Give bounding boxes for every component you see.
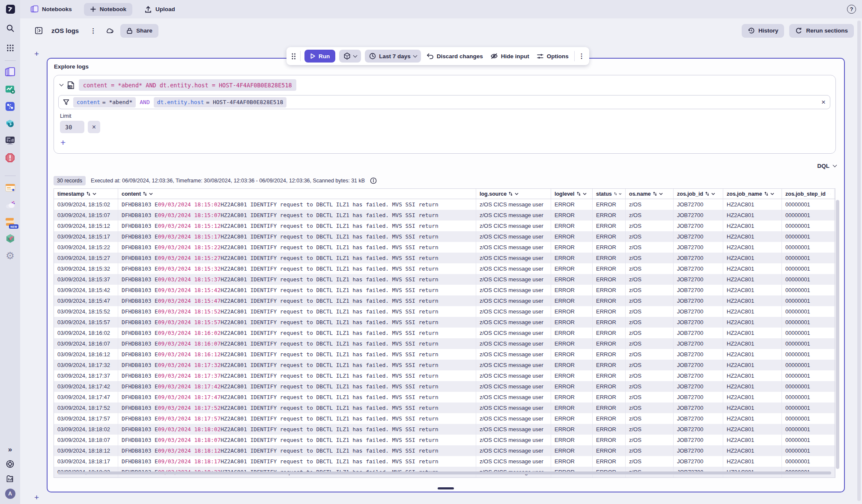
notebooks-home-link[interactable]: Notebooks: [30, 5, 72, 13]
tab-new-notebook[interactable]: Notebook: [84, 3, 132, 16]
table-row[interactable]: 03/09/2024, 18:17:52DFHDB8103 E 09/03/20…: [54, 403, 835, 413]
clear-filter-icon[interactable]: ×: [821, 98, 826, 106]
column-menu-icon[interactable]: [515, 193, 519, 195]
column-menu-icon[interactable]: [619, 193, 622, 195]
filter-and-operator[interactable]: AND: [140, 99, 149, 105]
problems-app-icon[interactable]: [4, 152, 16, 164]
table-row[interactable]: 03/09/2024, 18:15:22DFHDB8103 E 09/03/20…: [54, 242, 835, 253]
table-row[interactable]: 03/09/2024, 18:15:47DFHDB8103 E 09/03/20…: [54, 295, 835, 306]
sort-icon[interactable]: [828, 191, 828, 196]
dashboards-app-icon[interactable]: [4, 84, 16, 95]
expand-rail-icon[interactable]: »: [8, 446, 12, 453]
table-row[interactable]: 03/09/2024, 18:15:52DFHDB8103 E 09/03/20…: [54, 306, 835, 317]
section-resize-handle[interactable]: [438, 487, 454, 489]
run-button[interactable]: Run: [304, 50, 335, 63]
hide-input-button[interactable]: Hide input: [489, 53, 531, 60]
sort-icon[interactable]: [614, 191, 617, 196]
horizontal-scrollbar[interactable]: [58, 471, 831, 474]
drag-handle-icon[interactable]: [291, 52, 296, 60]
sort-icon[interactable]: [653, 191, 657, 196]
sort-icon[interactable]: [577, 191, 581, 196]
table-row[interactable]: 03/09/2024, 18:17:32DFHDB8103 E 09/03/20…: [54, 360, 835, 370]
add-section-button[interactable]: +: [34, 493, 39, 501]
column-header-loglevel[interactable]: loglevel: [551, 189, 593, 199]
table-row[interactable]: 03/09/2024, 18:15:12DFHDB8103 E 09/03/20…: [54, 221, 835, 231]
filter-input[interactable]: content = *abend* AND dt.entity.host = H…: [58, 95, 830, 109]
notebooks-app-icon[interactable]: [4, 66, 16, 78]
column-menu-icon[interactable]: [711, 193, 715, 195]
table-row[interactable]: 03/09/2024, 18:15:02DFHDB8103 E 09/03/20…: [54, 199, 835, 210]
kiosk-app-icon[interactable]: [4, 182, 16, 193]
table-row[interactable]: 03/09/2024, 18:18:02DFHDB8103 E 09/03/20…: [54, 424, 835, 435]
kubernetes-app-icon[interactable]: [4, 233, 16, 245]
query-summary-pill[interactable]: content = *abend* AND dt.entity.host = H…: [79, 79, 296, 91]
table-row[interactable]: 03/09/2024, 18:18:17DFHDB8103 E 09/03/20…: [54, 456, 835, 467]
search-icon[interactable]: [4, 22, 16, 34]
table-row[interactable]: 03/09/2024, 18:17:42DFHDB8103 E 09/03/20…: [54, 381, 835, 392]
history-button[interactable]: History: [742, 24, 784, 38]
column-menu-icon[interactable]: [583, 193, 587, 195]
options-button[interactable]: Options: [535, 53, 570, 60]
workflows-app-icon[interactable]: [4, 101, 16, 112]
table-row[interactable]: 03/09/2024, 18:15:42DFHDB8103 E 09/03/20…: [54, 285, 835, 295]
collapse-chevron-icon[interactable]: [60, 82, 64, 86]
discard-changes-button[interactable]: Discard changes: [425, 53, 485, 60]
table-row[interactable]: 03/09/2024, 18:16:02DFHDB8103 E 09/03/20…: [54, 328, 835, 338]
table-row[interactable]: 03/09/2024, 18:17:57DFHDB8103 E 09/03/20…: [54, 413, 835, 424]
logs-app-icon[interactable]: NEW: [4, 216, 16, 227]
infrastructure-app-icon[interactable]: [4, 135, 16, 146]
vertical-scrollbar[interactable]: [836, 200, 839, 469]
column-header-log.source[interactable]: log.source: [476, 189, 551, 199]
column-menu-icon[interactable]: [149, 193, 153, 195]
visualization-selector[interactable]: [339, 50, 361, 63]
app-launcher-icon[interactable]: [4, 42, 16, 54]
sort-icon[interactable]: [509, 191, 513, 196]
table-row[interactable]: 03/09/2024, 18:16:07DFHDB8103 E 09/03/20…: [54, 338, 835, 349]
add-section-button[interactable]: +: [34, 50, 39, 58]
column-menu-icon[interactable]: [92, 193, 96, 195]
info-icon[interactable]: [370, 177, 377, 184]
rerun-sections-button[interactable]: Rerun sections: [789, 24, 854, 38]
table-row[interactable]: 03/09/2024, 18:16:12DFHDB8103 E 09/03/20…: [54, 349, 835, 360]
dql-toggle[interactable]: DQL: [817, 163, 837, 169]
filter-token-host[interactable]: dt.entity.host = HOST-4F4AF0B0E828E518: [154, 97, 287, 107]
services-app-icon[interactable]: [4, 118, 16, 129]
column-header-timestamp[interactable]: timestamp: [54, 189, 118, 199]
insights-icon[interactable]: [6, 474, 15, 483]
limit-input[interactable]: 30: [60, 121, 84, 133]
table-row[interactable]: 03/09/2024, 18:18:07DFHDB8103 E 09/03/20…: [54, 435, 835, 445]
column-header-zos.job_step_id[interactable]: zos.job_step_id: [782, 189, 835, 199]
help-icon[interactable]: ?: [847, 5, 856, 14]
column-menu-icon[interactable]: [659, 193, 663, 195]
dynatrace-logo[interactable]: [4, 3, 16, 15]
table-row[interactable]: 03/09/2024, 18:15:32DFHDB8103 E 09/03/20…: [54, 263, 835, 274]
column-menu-icon[interactable]: [770, 193, 774, 195]
column-header-status[interactable]: status: [593, 189, 626, 199]
notebook-panel-icon[interactable]: [35, 27, 43, 35]
toolbar-menu-icon[interactable]: ⋮: [579, 52, 585, 60]
table-row[interactable]: 03/09/2024, 18:17:47DFHDB8103 E 09/03/20…: [54, 392, 835, 403]
table-row[interactable]: 03/09/2024, 18:15:07DFHDB8103 E 09/03/20…: [54, 210, 835, 221]
filter-token-content[interactable]: content = *abend*: [73, 97, 136, 107]
upload-button[interactable]: Upload: [144, 6, 175, 13]
clouds-app-icon[interactable]: [4, 199, 16, 210]
sort-icon[interactable]: [705, 191, 709, 196]
table-row[interactable]: 03/09/2024, 18:18:12DFHDB8103 E 09/03/20…: [54, 445, 835, 456]
settings-app-icon[interactable]: ⚙: [4, 250, 16, 262]
avatar[interactable]: A: [5, 489, 15, 499]
table-row[interactable]: 03/09/2024, 18:15:27DFHDB8103 E 09/03/20…: [54, 253, 835, 263]
column-menu-icon[interactable]: [830, 193, 831, 195]
sort-icon[interactable]: [764, 191, 768, 196]
table-row[interactable]: 03/09/2024, 18:17:37DFHDB8103 E 09/03/20…: [54, 370, 835, 381]
column-header-zos.job_name[interactable]: zos.job_name: [723, 189, 782, 199]
column-header-content[interactable]: content: [118, 189, 476, 199]
notebook-menu-icon[interactable]: ⋮: [90, 27, 96, 35]
page-scrollbar[interactable]: [857, 21, 861, 501]
table-row[interactable]: 03/09/2024, 18:15:57DFHDB8103 E 09/03/20…: [54, 317, 835, 328]
clear-limit-icon[interactable]: ×: [88, 121, 100, 133]
timeframe-selector[interactable]: Last 7 days: [365, 50, 421, 63]
help-lifebuoy-icon[interactable]: [6, 459, 15, 468]
share-button[interactable]: Share: [120, 24, 158, 38]
column-header-os.name[interactable]: os.name: [626, 189, 674, 199]
sort-icon[interactable]: [143, 191, 147, 196]
